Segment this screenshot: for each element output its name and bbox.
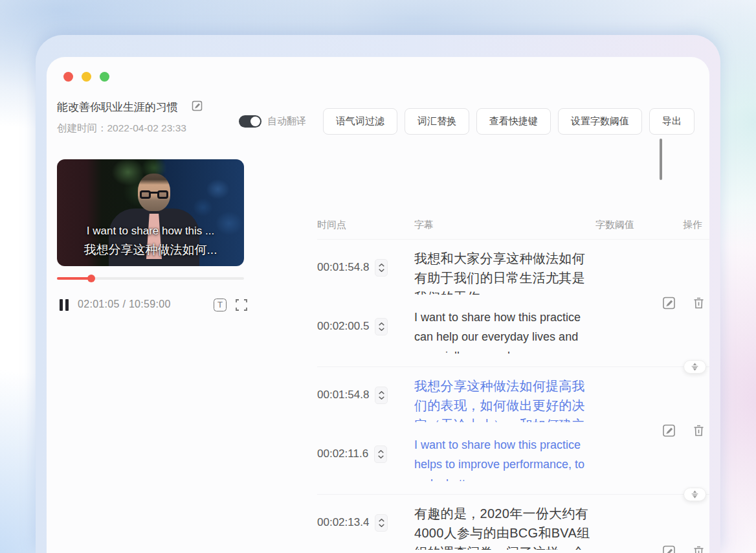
time-stepper[interactable] [375, 387, 388, 404]
vocabulary-replace-button[interactable]: 词汇替换 [405, 108, 469, 135]
fullscreen-icon[interactable] [235, 299, 248, 311]
timestamp-value[interactable]: 00:02:11.6 [317, 447, 368, 460]
timestamp-cell: 00:02:00.5 [317, 308, 414, 354]
progress-bar[interactable] [57, 277, 244, 280]
timestamp-value[interactable]: 00:02:00.5 [317, 320, 369, 333]
subtitle-text-en[interactable]: I want to share how this practice can he… [414, 308, 597, 354]
subtitle-table: 时间点 字幕 字数阈值 操作 00:01:54.8 我想和大家分享这种做法如何有… [317, 215, 709, 553]
col-header-threshold: 字数阈值 [595, 219, 634, 231]
view-shortcuts-button[interactable]: 查看快捷键 [476, 108, 551, 135]
table-header: 时间点 字幕 字数阈值 操作 [317, 215, 709, 240]
edit-icon[interactable] [662, 545, 676, 553]
row-actions [662, 545, 709, 553]
edit-icon[interactable] [662, 297, 676, 310]
subtitle-subrow-zh: 00:01:54.8 我想分享这种做法如何提高我们的表现，如何做出更好的决定（无… [317, 376, 709, 422]
row-actions [662, 424, 709, 438]
subtitle-row-group-active: 00:01:54.8 我想分享这种做法如何提高我们的表现，如何做出更好的决定（无… [317, 367, 709, 495]
traffic-close-button[interactable] [63, 72, 73, 82]
subtitle-subrow-zh: 00:01:54.8 我想和大家分享这种做法如何有助于我们的日常生活尤其是我们的… [317, 249, 709, 295]
toggle-knob [250, 117, 260, 126]
toolbar: 自动翻译 语气词过滤 词汇替换 查看快捷键 设置字数阈值 导出 [239, 108, 695, 135]
table-scrollbar[interactable] [660, 139, 662, 180]
export-button[interactable]: 导出 [649, 108, 695, 135]
timestamp-cell: 00:02:13.4 [317, 504, 414, 550]
timestamp-cell: 00:02:11.6 [317, 435, 414, 481]
delete-icon[interactable] [692, 545, 706, 553]
subtitle-text-en[interactable]: I want to share how this practice helps … [414, 435, 597, 481]
timestamp-value[interactable]: 00:01:54.8 [317, 389, 369, 401]
subtitle-text-zh[interactable]: 我想和大家分享这种做法如何有助于我们的日常生活尤其是我们的工作 [414, 249, 597, 295]
playback-time: 02:01:05 / 10:59:00 [78, 299, 171, 310]
subtitle-subrow-en: 00:02:00.5 I want to share how this prac… [317, 308, 709, 354]
row-actions [662, 297, 709, 310]
player-controls: 02:01:05 / 10:59:00 T [60, 298, 247, 313]
merge-subtitle-button[interactable] [684, 360, 706, 374]
timestamp-value[interactable]: 00:02:13.4 [317, 516, 369, 529]
col-header-actions: 操作 [683, 219, 702, 231]
subtitle-text-zh[interactable]: 有趣的是，2020年一份大约有4000人参与的由BCG和BVA组织的调查问卷，问… [414, 504, 597, 550]
auto-translate-toggle-group: 自动翻译 [239, 115, 306, 128]
auto-translate-label: 自动翻译 [267, 115, 306, 128]
subtitle-text-zh[interactable]: 我想分享这种做法如何提高我们的表现，如何做出更好的决定（无论大小），和如何建立 [414, 376, 597, 422]
time-stepper[interactable] [375, 514, 388, 532]
col-header-timestamp: 时间点 [317, 219, 346, 231]
page-title: 能改善你职业生涯的习惯 [57, 100, 178, 115]
created-time: 创建时间：2022-04-02 23:33 [57, 122, 186, 135]
filler-words-filter-button[interactable]: 语气词过滤 [323, 108, 397, 135]
merge-subtitle-button[interactable] [684, 488, 706, 501]
auto-translate-toggle[interactable] [239, 115, 261, 128]
timestamp-value[interactable]: 00:01:54.8 [317, 261, 369, 274]
time-stepper[interactable] [374, 446, 387, 463]
subtitle-row-group: 00:01:54.8 我想和大家分享这种做法如何有助于我们的日常生活尤其是我们的… [317, 240, 709, 367]
col-header-subtitle: 字幕 [414, 219, 434, 231]
edit-icon[interactable] [662, 424, 676, 438]
time-stepper[interactable] [375, 318, 388, 335]
progress-fill [57, 277, 91, 280]
timestamp-cell: 00:01:54.8 [317, 249, 414, 295]
pause-icon[interactable] [60, 299, 69, 311]
video-subtitle-zh: 我想分享这种做法如何... [57, 242, 244, 258]
progress-handle[interactable] [87, 275, 95, 282]
video-subtitle-en: I want to share how this ... [57, 225, 244, 238]
subtitle-subrow-en: 00:02:11.6 I want to share how this prac… [317, 435, 709, 481]
delete-icon[interactable] [692, 297, 706, 310]
timestamp-cell: 00:01:54.8 [317, 376, 414, 422]
edit-title-icon[interactable] [192, 100, 203, 114]
subtitle-t-icon[interactable]: T [214, 299, 227, 311]
video-preview[interactable]: I want to share how this ... 我想分享这种做法如何.… [57, 159, 244, 266]
set-word-threshold-button[interactable]: 设置字数阈值 [558, 108, 642, 135]
traffic-maximize-button[interactable] [100, 72, 109, 82]
subtitle-row-group: 00:02:13.4 有趣的是，2020年一份大约有4000人参与的由BCG和B… [317, 495, 709, 553]
subtitle-subrow-zh: 00:02:13.4 有趣的是，2020年一份大约有4000人参与的由BCG和B… [317, 504, 709, 550]
time-stepper[interactable] [375, 259, 388, 276]
delete-icon[interactable] [692, 424, 706, 438]
traffic-minimize-button[interactable] [82, 72, 91, 82]
